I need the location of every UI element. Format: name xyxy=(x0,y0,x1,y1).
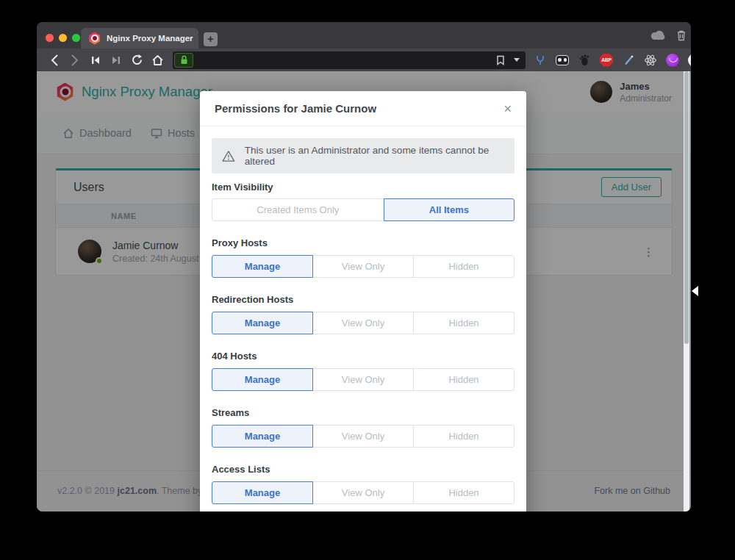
trash-icon[interactable] xyxy=(676,29,686,41)
permission-section-access-lists: Access Lists Manage View Only Hidden xyxy=(212,464,514,504)
browser-tab-bar: Nginx Proxy Manager + xyxy=(37,22,691,49)
permission-section-404-hosts: 404 Hosts Manage View Only Hidden xyxy=(212,351,514,391)
browser-tab[interactable]: Nginx Proxy Manager xyxy=(81,28,198,49)
window-controls xyxy=(46,34,80,42)
item-visibility-group: Created Items Only All Items xyxy=(212,198,514,221)
hidden-button[interactable]: Hidden xyxy=(413,312,514,334)
permission-button-group: Manage View Only Hidden xyxy=(212,481,514,504)
permission-section-proxy-hosts: Proxy Hosts Manage View Only Hidden xyxy=(212,237,514,278)
permissions-modal: Permissions for Jamie Curnow × This user… xyxy=(200,91,526,511)
fork-extension-icon[interactable] xyxy=(533,53,548,68)
modal-body: This user is an Administrator and some i… xyxy=(200,126,526,511)
manage-button[interactable]: Manage xyxy=(212,312,313,334)
browser-window: Nginx Proxy Manager + xyxy=(37,22,691,511)
view-only-button[interactable]: View Only xyxy=(312,312,414,334)
warning-icon xyxy=(222,150,235,162)
permission-button-group: Manage View Only Hidden xyxy=(212,312,514,334)
view-only-button[interactable]: View Only xyxy=(312,368,414,391)
home-icon[interactable] xyxy=(149,52,165,68)
hidden-button[interactable]: Hidden xyxy=(413,368,514,391)
section-label: Proxy Hosts xyxy=(212,237,514,248)
section-label: Access Lists xyxy=(212,464,514,475)
manage-button[interactable]: Manage xyxy=(212,255,313,278)
site-favicon xyxy=(88,32,101,45)
back-icon[interactable] xyxy=(46,52,62,68)
mouse-cursor xyxy=(692,286,698,296)
forward-icon[interactable] xyxy=(67,52,83,68)
tab-title: Nginx Proxy Manager xyxy=(107,34,193,43)
reload-icon[interactable] xyxy=(129,52,145,68)
scrollbar[interactable] xyxy=(684,71,689,511)
view-only-button[interactable]: View Only xyxy=(312,255,414,278)
admin-alert: This user is an Administrator and some i… xyxy=(212,138,514,173)
hidden-button[interactable]: Hidden xyxy=(413,425,514,448)
manage-button[interactable]: Manage xyxy=(212,368,313,391)
bookmark-icon[interactable] xyxy=(496,55,505,65)
alert-text: This user is an Administrator and some i… xyxy=(245,145,504,167)
containers-extension-icon[interactable] xyxy=(665,53,680,68)
bookmark-dropdown-icon[interactable] xyxy=(514,58,520,62)
browser-toolbar: ABP xyxy=(37,49,691,71)
adblock-plus-icon[interactable]: ABP xyxy=(599,53,614,68)
minimize-window-button[interactable] xyxy=(59,34,67,42)
skip-to-end-icon[interactable] xyxy=(108,52,124,68)
view-only-button[interactable]: View Only xyxy=(312,481,414,504)
hidden-button[interactable]: Hidden xyxy=(413,481,514,504)
tabbar-right-controls xyxy=(650,22,686,49)
gnome-foot-icon[interactable] xyxy=(577,53,592,68)
close-icon[interactable]: × xyxy=(503,102,512,115)
pen-extension-icon[interactable] xyxy=(621,53,636,68)
maximize-window-button[interactable] xyxy=(72,34,80,42)
item-visibility-section: Item Visibility Created Items Only All I… xyxy=(212,182,514,221)
item-visibility-label: Item Visibility xyxy=(212,182,514,193)
all-items-button[interactable]: All Items xyxy=(384,198,514,221)
page-viewport: Nginx Proxy Manager James Administrator … xyxy=(37,71,691,511)
permission-section-streams: Streams Manage View Only Hidden xyxy=(212,407,514,448)
section-label: Redirection Hosts xyxy=(212,294,514,305)
https-lock-icon[interactable] xyxy=(174,53,193,68)
cloud-icon[interactable] xyxy=(650,30,667,40)
permission-button-group: Manage View Only Hidden xyxy=(212,255,514,278)
skip-to-start-icon[interactable] xyxy=(87,52,104,68)
section-label: 404 Hosts xyxy=(212,351,514,362)
scrollbar-thumb[interactable] xyxy=(684,71,689,344)
modal-header: Permissions for Jamie Curnow × xyxy=(200,91,526,126)
url-bar[interactable] xyxy=(173,51,526,69)
modal-title: Permissions for Jamie Curnow xyxy=(215,102,376,115)
goggles-extension-icon[interactable] xyxy=(555,53,570,68)
manage-button[interactable]: Manage xyxy=(212,425,313,448)
hidden-button[interactable]: Hidden xyxy=(413,255,514,278)
permission-button-group: Manage View Only Hidden xyxy=(212,425,514,448)
gauge-extension-icon[interactable] xyxy=(687,53,691,68)
atom-extension-icon[interactable] xyxy=(643,53,658,68)
section-label: Streams xyxy=(212,407,514,418)
urlbar-controls xyxy=(496,55,520,65)
manage-button[interactable]: Manage xyxy=(212,481,313,504)
created-items-only-button[interactable]: Created Items Only xyxy=(212,198,384,221)
permission-section-redirection-hosts: Redirection Hosts Manage View Only Hidde… xyxy=(212,294,514,334)
close-window-button[interactable] xyxy=(46,34,54,42)
permission-button-group: Manage View Only Hidden xyxy=(212,368,514,391)
new-tab-button[interactable]: + xyxy=(204,32,218,46)
view-only-button[interactable]: View Only xyxy=(312,425,414,448)
